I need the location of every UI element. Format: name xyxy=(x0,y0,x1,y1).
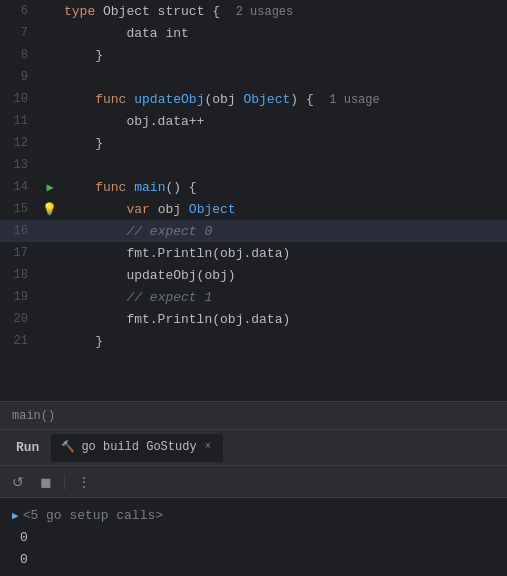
var-keyword: var xyxy=(126,202,157,217)
code-line-16: 16 // expect 0 xyxy=(0,220,507,242)
func-updateobj: updateObj xyxy=(134,92,204,107)
code-line-20: 20 fmt.Println(obj.data) xyxy=(0,308,507,330)
run-label: Run xyxy=(8,440,47,455)
comment-expect0: // expect 0 xyxy=(126,224,212,239)
output-line-value1: 0 xyxy=(12,526,495,548)
stop-button[interactable]: ◼ xyxy=(36,472,56,492)
status-text: main() xyxy=(12,409,55,423)
line-num-13: 13 xyxy=(0,158,40,172)
code-line-12: 12 } xyxy=(0,132,507,154)
output-value-1: 0 xyxy=(12,530,28,545)
code-line-6: 6 type Object struct { 2 usages xyxy=(0,0,507,22)
more-icon: ⋮ xyxy=(77,474,91,490)
code-line-14: 14 ▶ func main() { xyxy=(0,176,507,198)
tab-close-button[interactable]: × xyxy=(203,441,213,452)
setup-calls-text: <5 go setup calls> xyxy=(23,508,163,523)
line-content-8: } xyxy=(60,48,507,63)
usage-count: 2 usages xyxy=(236,5,294,19)
status-bar: main() xyxy=(0,401,507,429)
comment-expect1: // expect 1 xyxy=(126,290,212,305)
stop-icon: ◼ xyxy=(40,474,52,490)
line-num-10: 10 xyxy=(0,92,40,106)
gutter-15: 💡 xyxy=(40,202,60,217)
run-tab-gobuild[interactable]: 🔨 go build GoStudy × xyxy=(51,434,222,462)
line-content-16: // expect 0 xyxy=(60,224,507,239)
code-line-9: 9 xyxy=(0,66,507,88)
line-content-14: func main() { xyxy=(60,180,507,195)
line-content-20: fmt.Println(obj.data) xyxy=(60,312,507,327)
restart-button[interactable]: ↺ xyxy=(8,472,28,492)
line-content-21: } xyxy=(60,334,507,349)
code-line-11: 11 obj.data++ xyxy=(0,110,507,132)
line-content-19: // expect 1 xyxy=(60,290,507,305)
line-num-19: 19 xyxy=(0,290,40,304)
usage-count-2: 1 usage xyxy=(329,93,379,107)
bulb-icon[interactable]: 💡 xyxy=(42,202,57,217)
run-toolbar: ↺ ◼ ⋮ xyxy=(0,466,507,498)
line-content-6: type Object struct { 2 usages xyxy=(60,4,507,19)
run-tabs: Run 🔨 go build GoStudy × xyxy=(0,430,507,466)
line-content-11: obj.data++ xyxy=(60,114,507,129)
line-content-13 xyxy=(60,158,507,173)
code-editor: 6 type Object struct { 2 usages 7 data i… xyxy=(0,0,507,401)
line-num-6: 6 xyxy=(0,4,40,18)
func-keyword: func xyxy=(95,92,134,107)
line-num-11: 11 xyxy=(0,114,40,128)
code-line-21: 21 } xyxy=(0,330,507,352)
line-num-7: 7 xyxy=(0,26,40,40)
line-num-14: 14 xyxy=(0,180,40,194)
toolbar-divider xyxy=(64,474,65,490)
restart-icon: ↺ xyxy=(12,474,24,490)
brace-open: { xyxy=(212,4,235,19)
code-lines: 6 type Object struct { 2 usages 7 data i… xyxy=(0,0,507,352)
line-num-20: 20 xyxy=(0,312,40,326)
line-num-16: 16 xyxy=(0,224,40,238)
code-line-15: 15 💡 var obj Object xyxy=(0,198,507,220)
line-content-18: updateObj(obj) xyxy=(60,268,507,283)
type-object: Object struct xyxy=(103,4,212,19)
code-line-7: 7 data int xyxy=(0,22,507,44)
line-content-15: var obj Object xyxy=(60,202,507,217)
run-panel: Run 🔨 go build GoStudy × ↺ ◼ ⋮ ▶ <5 go s… xyxy=(0,429,507,576)
tab-name: go build GoStudy xyxy=(81,440,196,454)
line-num-15: 15 xyxy=(0,202,40,216)
code-line-8: 8 } xyxy=(0,44,507,66)
line-num-18: 18 xyxy=(0,268,40,282)
line-num-9: 9 xyxy=(0,70,40,84)
code-line-19: 19 // expect 1 xyxy=(0,286,507,308)
keyword-type: type xyxy=(64,4,103,19)
output-line-value2: 0 xyxy=(12,548,495,570)
func-main: main xyxy=(134,180,165,195)
line-content-17: fmt.Println(obj.data) xyxy=(60,246,507,261)
line-num-8: 8 xyxy=(0,48,40,62)
tab-build-icon: 🔨 xyxy=(61,440,75,453)
line-content-12: } xyxy=(60,136,507,151)
line-num-21: 21 xyxy=(0,334,40,348)
line-content-10: func updateObj(obj Object) { 1 usage xyxy=(60,92,507,107)
output-area: ▶ <5 go setup calls> 0 0 xyxy=(0,498,507,576)
param-type: Object xyxy=(243,92,290,107)
output-line-setup: ▶ <5 go setup calls> xyxy=(12,504,495,526)
more-button[interactable]: ⋮ xyxy=(73,472,95,492)
obj-type-ref: Object xyxy=(189,202,236,217)
collapse-icon[interactable]: ▶ xyxy=(12,509,19,522)
run-gutter-icon[interactable]: ▶ xyxy=(46,180,53,195)
gutter-14: ▶ xyxy=(40,180,60,195)
output-value-2: 0 xyxy=(12,552,28,567)
line-num-12: 12 xyxy=(0,136,40,150)
code-line-18: 18 updateObj(obj) xyxy=(0,264,507,286)
line-num-17: 17 xyxy=(0,246,40,260)
func-keyword-main: func xyxy=(95,180,134,195)
line-content-9 xyxy=(60,70,507,85)
code-line-13: 13 xyxy=(0,154,507,176)
code-line-10: 10 func updateObj(obj Object) { 1 usage xyxy=(0,88,507,110)
code-line-17: 17 fmt.Println(obj.data) xyxy=(0,242,507,264)
line-content-7: data int xyxy=(60,26,507,41)
